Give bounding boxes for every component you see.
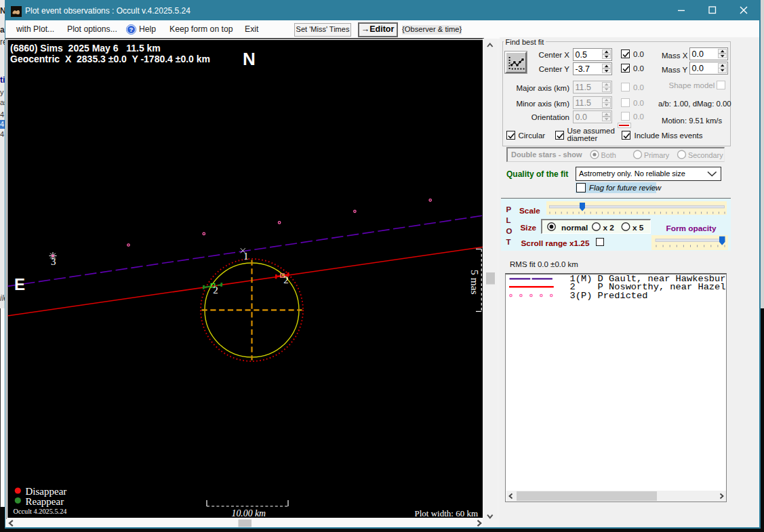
svg-text:1: 1: [243, 251, 249, 262]
svg-text:E: E: [14, 275, 25, 293]
svg-text:?: ?: [129, 26, 134, 33]
svg-text:Occult 4.2025.5.24: Occult 4.2025.5.24: [14, 508, 67, 515]
svg-text:3: 3: [51, 256, 56, 267]
svg-text:(6860) Sims 2025 May 6 11.5: (6860) Sims 2025 May 6 11.5 km: [10, 43, 161, 54]
svg-text:Geocentric X 2835.3 ±0.0 Y: Geocentric X 2835.3 ±0.0 Y -1780.4 ±0.0 …: [10, 54, 210, 64]
svg-text:Reappear: Reappear: [26, 496, 64, 507]
svg-text:Plot width: 60 km: Plot width: 60 km: [415, 508, 479, 518]
svg-text:N: N: [243, 49, 256, 69]
svg-text:5 mas: 5 mas: [469, 270, 481, 295]
svg-text:10.00 km: 10.00 km: [232, 508, 266, 518]
svg-text:3(P) Predicted: 3(P) Predicted: [570, 291, 648, 301]
svg-text:2: 2: [283, 274, 289, 285]
svg-text:2: 2: [213, 285, 218, 295]
